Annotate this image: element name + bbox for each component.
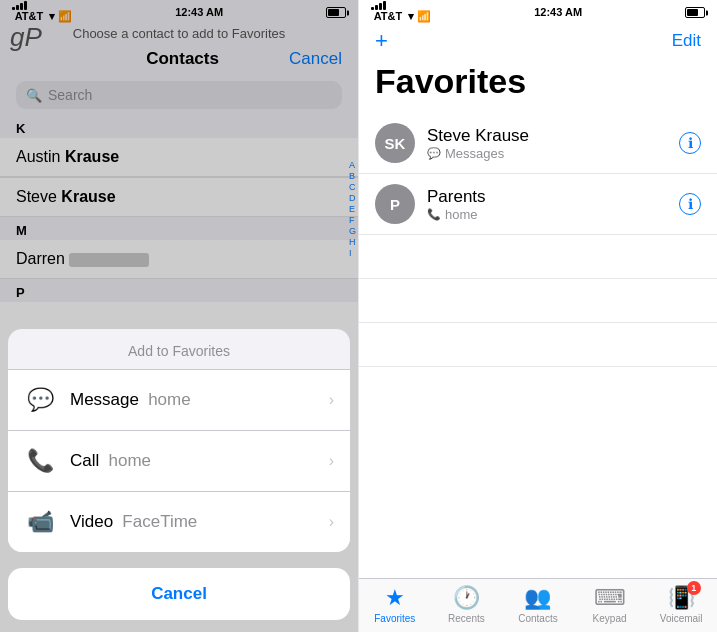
info-button-parents[interactable]: ℹ (679, 193, 701, 215)
fav-sub-label-steve: Messages (445, 146, 504, 161)
contacts-tab-icon: 👥 (524, 585, 551, 611)
favorites-tab-icon: ★ (385, 585, 405, 611)
info-button-steve[interactable]: ℹ (679, 132, 701, 154)
favorites-tab-label: Favorites (374, 613, 415, 624)
modal-title: Add to Favorites (8, 329, 350, 370)
bar3r (379, 3, 382, 10)
keypad-tab-label: Keypad (593, 613, 627, 624)
empty-row-1 (359, 235, 717, 279)
battery-area-right (685, 6, 705, 18)
tab-bar: ★ Favorites 🕐 Recents 👥 Contacts ⌨ Keypa… (359, 578, 717, 632)
keypad-tab-icon: ⌨ (594, 585, 626, 611)
modal-option-video[interactable]: 📹 Video FaceTime › (8, 492, 350, 552)
battery-right (685, 7, 705, 18)
message-icon: 💬 (24, 384, 56, 416)
fav-name-parents: Parents (427, 187, 667, 207)
voicemail-badge: 1 (687, 581, 701, 595)
left-panel: AT&T ▾ 📶 12:43 AM gP Choose a contact to… (0, 0, 358, 632)
bar4r (383, 1, 386, 10)
fav-sub-label-parents: home (445, 207, 478, 222)
empty-row-2 (359, 279, 717, 323)
tab-contacts[interactable]: 👥 Contacts (502, 585, 574, 624)
recents-tab-label: Recents (448, 613, 485, 624)
add-favorite-button[interactable]: + (375, 28, 388, 54)
tab-favorites[interactable]: ★ Favorites (359, 585, 431, 624)
signal-bars-right (371, 1, 431, 10)
favorites-toolbar: + Edit (359, 22, 717, 58)
modal-overlay: Add to Favorites 💬 Message home › 📞 (0, 0, 358, 632)
voicemail-tab-label: Voicemail (660, 613, 703, 624)
tab-voicemail[interactable]: 📳 1 Voicemail (645, 585, 717, 624)
recents-tab-icon: 🕐 (453, 585, 480, 611)
favorite-row-parents: P Parents 📞 home ℹ (359, 174, 717, 235)
tab-recents[interactable]: 🕐 Recents (431, 585, 503, 624)
modal-option-call-left: 📞 Call home (24, 445, 151, 477)
battery-tip-right (706, 10, 708, 15)
chevron-message: › (329, 391, 334, 409)
favorites-list: SK Steve Krause 💬 Messages ℹ P Parents 📞… (359, 113, 717, 578)
chevron-call: › (329, 452, 334, 470)
empty-row-3 (359, 323, 717, 367)
favorites-title: Favorites (359, 58, 717, 113)
contacts-tab-label: Contacts (518, 613, 557, 624)
modal-option-call[interactable]: 📞 Call home › (8, 431, 350, 492)
fav-sub-icon-steve: 💬 (427, 147, 441, 160)
fav-info-parents: Parents 📞 home (427, 187, 667, 222)
avatar-parents: P (375, 184, 415, 224)
favorite-row-steve: SK Steve Krause 💬 Messages ℹ (359, 113, 717, 174)
carrier-text-right: AT&T (374, 10, 403, 22)
fav-info-steve: Steve Krause 💬 Messages (427, 126, 667, 161)
modal-sheet: Add to Favorites 💬 Message home › 📞 (8, 329, 350, 552)
fav-sub-steve: 💬 Messages (427, 146, 667, 161)
modal-option-video-left: 📹 Video FaceTime (24, 506, 197, 538)
edit-favorites-button[interactable]: Edit (672, 31, 701, 51)
call-label: Call home (70, 451, 151, 471)
video-icon: 📹 (24, 506, 56, 538)
time-right: 12:43 AM (534, 6, 582, 18)
right-panel: AT&T ▾ 📶 12:43 AM + Edit Favorites SK St… (358, 0, 717, 632)
chevron-video: › (329, 513, 334, 531)
carrier-right: AT&T ▾ 📶 (371, 1, 431, 23)
modal-option-message[interactable]: 💬 Message home › (8, 370, 350, 431)
fav-name-steve: Steve Krause (427, 126, 667, 146)
status-bar-right: AT&T ▾ 📶 12:43 AM (359, 0, 717, 22)
call-icon: 📞 (24, 445, 56, 477)
modal-option-message-left: 💬 Message home (24, 384, 191, 416)
fav-sub-parents: 📞 home (427, 207, 667, 222)
tab-keypad[interactable]: ⌨ Keypad (574, 585, 646, 624)
fav-sub-icon-parents: 📞 (427, 208, 441, 221)
modal-cancel-button[interactable]: Cancel (8, 568, 350, 620)
battery-fill-right (687, 9, 698, 16)
voicemail-badge-container: 📳 1 (668, 585, 695, 611)
video-label: Video FaceTime (70, 512, 197, 532)
message-label: Message home (70, 390, 191, 410)
avatar-steve: SK (375, 123, 415, 163)
